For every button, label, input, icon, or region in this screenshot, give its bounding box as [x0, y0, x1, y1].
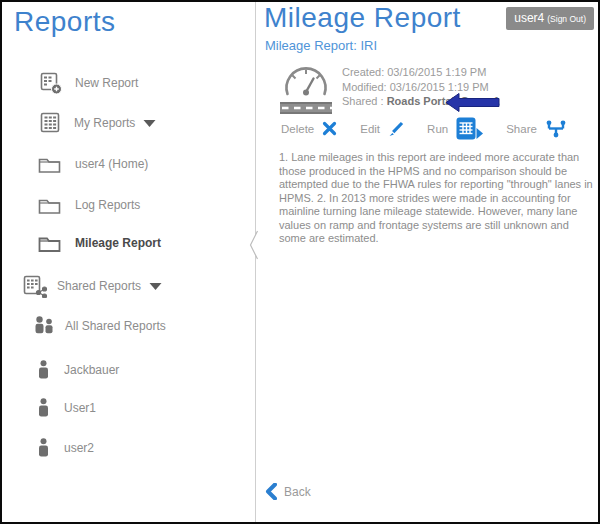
user-sign-out-button[interactable]: user4 (Sign Out) — [506, 7, 594, 30]
run-button[interactable]: Run — [427, 117, 483, 140]
report-actions-toolbar: Delete Edit Run — [281, 117, 590, 140]
person-icon — [37, 360, 50, 380]
folder-icon — [38, 234, 61, 253]
delete-x-icon — [322, 121, 337, 136]
share-button[interactable]: Share — [506, 119, 567, 139]
reports-sidebar: Reports New Report — [2, 2, 253, 522]
chevron-down-icon[interactable] — [149, 282, 162, 291]
report-description: 1. Lane mileages in this report are inde… — [279, 151, 594, 246]
my-reports-icon — [40, 112, 62, 134]
sidebar-item-log-reports[interactable]: Log Reports — [38, 192, 140, 218]
share-icon — [545, 119, 567, 139]
sidebar-item-shared-reports[interactable]: Shared Reports — [23, 273, 162, 299]
callout-left-arrow-icon — [446, 93, 500, 112]
person-icon — [37, 398, 50, 418]
back-label: Back — [284, 485, 311, 499]
sidebar-item-label: Log Reports — [75, 198, 140, 212]
app-window: Reports New Report — [0, 0, 600, 524]
page-title: Mileage Report — [264, 2, 461, 34]
sidebar-item-my-reports[interactable]: My Reports — [40, 110, 156, 136]
sidebar-title: Reports — [14, 6, 116, 38]
sidebar-item-label: All Shared Reports — [65, 319, 166, 333]
sidebar-item-label: Mileage Report — [75, 236, 161, 250]
sidebar-item-label: New Report — [75, 76, 138, 90]
sidebar-item-user4-home[interactable]: user4 (Home) — [38, 151, 148, 177]
edit-button[interactable]: Edit — [360, 121, 404, 137]
shared-reports-icon — [23, 275, 48, 298]
chevron-down-icon[interactable] — [143, 119, 156, 128]
sidebar-item-label: user2 — [64, 441, 94, 455]
sidebar-item-mileage-report[interactable]: Mileage Report — [38, 230, 161, 256]
new-report-icon — [40, 72, 63, 95]
sidebar-item-jackbauer[interactable]: Jackbauer — [37, 357, 119, 383]
group-icon — [33, 315, 56, 337]
sidebar-item-label: Jackbauer — [64, 363, 119, 377]
sidebar-item-new-report[interactable]: New Report — [40, 70, 138, 96]
back-chevron-icon — [265, 483, 277, 500]
sign-out-label: (Sign Out) — [547, 14, 586, 24]
folder-icon — [38, 155, 61, 174]
delete-button[interactable]: Delete — [281, 121, 337, 136]
sidebar-item-user1[interactable]: User1 — [37, 395, 96, 421]
sidebar-item-label: My Reports — [74, 116, 135, 130]
speedometer-road-icon — [280, 63, 332, 115]
created-line: Created: 03/16/2015 1:19 PM — [342, 65, 500, 80]
report-detail-panel: Mileage Report Mileage Report: IRI user4… — [256, 2, 598, 522]
page-subtitle: Mileage Report: IRI — [265, 38, 377, 53]
sidebar-item-label: User1 — [64, 401, 96, 415]
panel-collapse-handle[interactable] — [248, 230, 259, 260]
sidebar-item-label: user4 (Home) — [75, 157, 148, 171]
sidebar-item-user2[interactable]: user2 — [37, 435, 94, 461]
back-button[interactable]: Back — [265, 483, 311, 500]
sidebar-item-all-shared-reports[interactable]: All Shared Reports — [33, 313, 166, 339]
username-label: user4 — [514, 11, 544, 25]
run-report-icon — [456, 117, 483, 140]
sidebar-item-label: Shared Reports — [57, 279, 141, 293]
modified-line: Modified: 03/16/2015 1:19 PM — [342, 80, 500, 95]
person-icon — [37, 438, 50, 458]
edit-pencil-icon — [388, 121, 404, 137]
folder-icon — [38, 196, 61, 215]
